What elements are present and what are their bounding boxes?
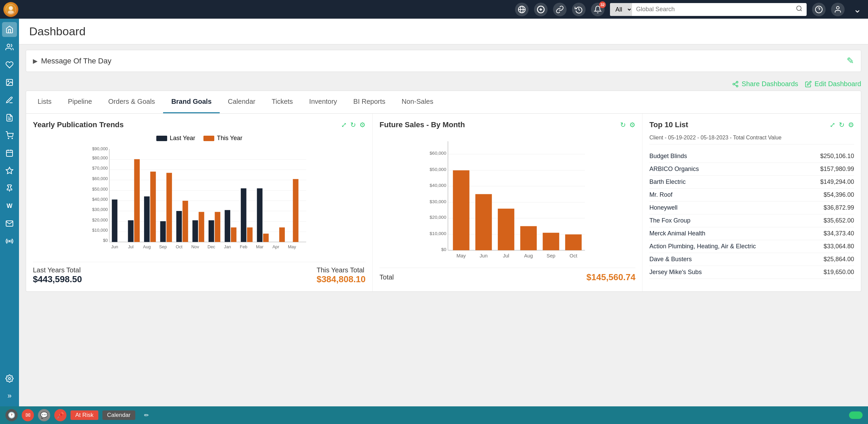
tab-bi-reports[interactable]: BI Reports <box>345 91 393 113</box>
tab-non-sales[interactable]: Non-Sales <box>394 91 441 113</box>
search-scope-select[interactable]: All <box>610 3 632 16</box>
minimize-button[interactable]: ⌄ <box>853 4 861 15</box>
tab-pipeline[interactable]: Pipeline <box>60 91 100 113</box>
sidebar-item-settings[interactable] <box>2 371 17 386</box>
search-button[interactable] <box>792 5 807 14</box>
sidebar-item-contacts[interactable] <box>2 40 17 55</box>
sidebar-item-pinned[interactable] <box>2 181 17 196</box>
tab-lists[interactable]: Lists <box>29 91 60 113</box>
notifications-icon-btn[interactable]: 32 <box>591 3 605 16</box>
yearly-chart-header: Yearly Publication Trends ⤢ ↻ ⚙ <box>33 120 366 129</box>
top10-row-5: The Fox Group $35,652.00 <box>649 214 854 227</box>
future-chart-refresh-icon[interactable]: ↻ <box>620 121 626 129</box>
svg-rect-68 <box>225 210 230 242</box>
yearly-chart-refresh-icon[interactable]: ↻ <box>350 121 356 129</box>
tab-orders---goals[interactable]: Orders & Goals <box>100 91 163 113</box>
top10-expand-icon[interactable]: ⤢ <box>830 121 835 129</box>
bottom-pin-icon[interactable]: 📌 <box>54 409 66 421</box>
sidebar-item-broadcast[interactable] <box>2 234 17 249</box>
bottom-toggle[interactable] <box>849 411 863 419</box>
page-title: Dashboard <box>29 25 858 38</box>
sidebar-item-deals[interactable] <box>2 57 17 72</box>
sidebar-expand-btn[interactable]: » <box>5 389 14 403</box>
sidebar-item-calendar[interactable] <box>2 146 17 160</box>
history-icon-btn[interactable] <box>572 3 586 16</box>
tab-tickets[interactable]: Tickets <box>263 91 301 113</box>
bottom-clock-icon[interactable]: 🕐 <box>5 409 18 421</box>
at-risk-tag[interactable]: At Risk <box>71 410 98 420</box>
top10-company-0: Budget Blinds <box>649 153 687 160</box>
svg-rect-64 <box>193 220 198 242</box>
top10-settings-icon[interactable]: ⚙ <box>848 121 854 129</box>
top10-refresh-icon[interactable]: ↻ <box>839 121 845 129</box>
top10-amount-3: $54,396.00 <box>824 191 854 198</box>
future-sales-chart-actions: ↻ ⚙ <box>620 121 635 129</box>
share-dashboards-button[interactable]: Share Dashboards <box>732 80 798 88</box>
top10-company-3: Mr. Roof <box>649 191 672 198</box>
top10-amount-6: $34,373.40 <box>824 230 854 237</box>
bottom-taskbar: 🕐 ✉ 💬 📌 At Risk Calendar ✏ <box>0 406 868 424</box>
svg-text:Jun: Jun <box>480 253 488 258</box>
calendar-tag[interactable]: Calendar <box>102 410 135 420</box>
svg-text:$20,000: $20,000 <box>92 217 108 223</box>
future-sales-chart-footer: Total $145,560.74 <box>379 268 635 283</box>
message-bar-label: Message Of The Day <box>41 57 111 65</box>
sidebar-item-home[interactable] <box>2 22 17 37</box>
svg-text:$0: $0 <box>441 247 447 252</box>
edit-dashboard-button[interactable]: Edit Dashboard <box>805 80 861 88</box>
bottom-mail-icon[interactable]: ✉ <box>22 409 34 421</box>
help-icon-btn[interactable] <box>812 3 826 16</box>
app-logo[interactable] <box>3 2 18 17</box>
sidebar-item-word[interactable]: W <box>2 198 17 213</box>
top10-header: Top 10 List ⤢ ↻ ⚙ <box>649 120 854 129</box>
sidebar-item-favorites[interactable] <box>2 163 17 178</box>
tab-brand-goals[interactable]: Brand Goals <box>163 91 220 113</box>
top10-chart-actions: ⤢ ↻ ⚙ <box>830 121 854 129</box>
svg-text:$30,000: $30,000 <box>430 199 447 204</box>
svg-text:$50,000: $50,000 <box>430 167 447 172</box>
this-year-total-label: This Years Total <box>317 266 366 274</box>
top10-company-9: Jersey Mike's Subs <box>649 269 702 276</box>
svg-rect-69 <box>231 227 236 242</box>
yearly-chart-expand-icon[interactable]: ⤢ <box>341 121 347 129</box>
user-icon-btn[interactable] <box>831 3 845 16</box>
top10-company-5: The Fox Group <box>649 217 690 224</box>
link-icon-btn[interactable] <box>553 3 567 16</box>
svg-text:$30,000: $30,000 <box>92 207 108 212</box>
yearly-chart-settings-icon[interactable]: ⚙ <box>359 121 366 129</box>
search-input[interactable] <box>632 6 792 13</box>
top10-row-7: Action Plumbing, Heating, Air & Electric… <box>649 240 854 253</box>
future-sales-total-value: $145,560.74 <box>587 272 636 283</box>
notification-badge: 32 <box>599 1 606 8</box>
sidebar-item-orders[interactable] <box>2 128 17 143</box>
bottom-chat-icon[interactable]: 💬 <box>38 409 50 421</box>
tab-calendar[interactable]: Calendar <box>220 91 263 113</box>
future-sales-chart-header: Future Sales - By Month ↻ ⚙ <box>379 120 635 129</box>
top10-panel: Top 10 List ⤢ ↻ ⚙ Client - 05-19-2022 - … <box>643 114 861 291</box>
sidebar-item-reports[interactable] <box>2 110 17 125</box>
svg-text:Nov: Nov <box>191 244 199 249</box>
sidebar-item-media[interactable] <box>2 75 17 90</box>
tab-inventory[interactable]: Inventory <box>301 91 345 113</box>
add-icon-btn[interactable] <box>534 3 548 16</box>
global-search-container: All <box>610 3 807 16</box>
message-expand-arrow[interactable]: ▶ <box>33 57 38 65</box>
svg-line-10 <box>801 10 802 11</box>
sidebar-item-email[interactable] <box>2 216 17 231</box>
svg-point-27 <box>9 240 10 242</box>
tabs-bar: ListsPipelineOrders & GoalsBrand GoalsCa… <box>26 91 861 114</box>
future-chart-settings-icon[interactable]: ⚙ <box>629 121 635 129</box>
message-edit-button[interactable]: ✎ <box>847 56 854 66</box>
svg-rect-67 <box>215 212 220 242</box>
svg-text:Aug: Aug <box>143 244 151 249</box>
svg-rect-59 <box>150 172 156 242</box>
sidebar-item-creative[interactable] <box>2 93 17 108</box>
svg-rect-104 <box>453 170 470 250</box>
svg-text:$80,000: $80,000 <box>92 155 108 160</box>
top10-row-3: Mr. Roof $54,396.00 <box>649 189 854 201</box>
message-bar-left: ▶ Message Of The Day <box>33 57 111 65</box>
content-area: Dashboard ▶ Message Of The Day ✎ Share D… <box>19 19 868 406</box>
top10-title: Top 10 List <box>649 120 688 129</box>
globe-icon-btn[interactable] <box>515 3 529 16</box>
pencil-tag[interactable]: ✏ <box>139 410 154 420</box>
